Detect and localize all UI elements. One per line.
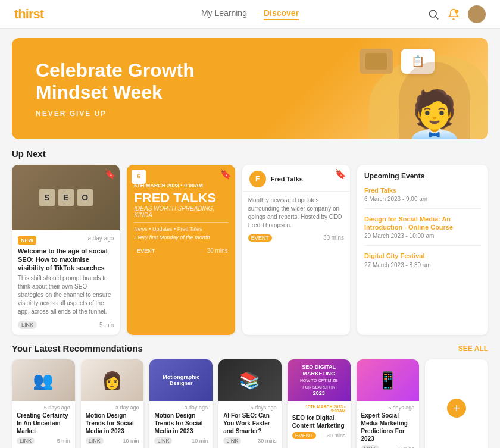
rec-type-6: LINK — [361, 445, 379, 448]
rec-title-6: Expert Social Media Marketing Prediction… — [361, 412, 415, 443]
event-3-name: Digital City Festival — [364, 252, 481, 260]
svg-point-0 — [429, 10, 436, 17]
add-more-card[interactable]: + — [425, 359, 488, 448]
up-next-card-3[interactable]: F Fred Talks 🔖 Monthly news and updates … — [242, 165, 350, 336]
fred-freq: Every first Monday of the month — [134, 234, 227, 240]
seo-digital-text: SEO DIGITALMARKETINGHOW TO OPTIMIZEFOR S… — [300, 364, 338, 396]
card-type-1: LINK — [18, 321, 37, 329]
rec-type-5: EVENT — [292, 432, 316, 439]
rec-time-3: a day ago — [154, 405, 208, 411]
rec-see-all[interactable]: SEE ALL — [458, 344, 488, 353]
rec-img-5: SEO DIGITALMARKETINGHOW TO OPTIMIZEFOR S… — [288, 359, 351, 401]
event-2-name: Design for Social Media: An Introduction… — [364, 215, 481, 232]
fred-title: FRED TALKS — [134, 191, 227, 205]
rec-title: Your Latest Recommendations — [12, 343, 143, 353]
event-2[interactable]: Design for Social Media: An Introduction… — [364, 215, 481, 246]
bell-icon[interactable] — [448, 8, 460, 20]
rec-time-6: 5 days ago — [361, 405, 415, 411]
fred-cal: 6 — [132, 170, 146, 184]
upcoming-events: Upcoming Events Fred Talks 6 March 2023 … — [357, 165, 488, 336]
rec-card-4[interactable]: 📚 5 days ago AI For SEO: Can You Work Fa… — [218, 359, 282, 448]
search-icon[interactable] — [427, 8, 439, 20]
rec-time-5: 15TH MARCH 2023 • 9:00AM — [292, 405, 346, 413]
rec-time-1: 5 days ago — [17, 405, 70, 411]
fred-tags: News • Updates • Fred Tales — [134, 222, 227, 232]
fred-cal-num: 6 — [137, 173, 140, 180]
hero-illustration: 📋 🧑‍💼 — [262, 38, 488, 139]
rec-dur-1: 5 min — [57, 438, 70, 444]
svg-line-1 — [436, 16, 439, 19]
nav-discover[interactable]: Discover — [264, 8, 299, 20]
card-body-1: NEW a day ago Welcome to the age of soci… — [12, 230, 120, 336]
rec-body-3: a day ago Motion Design Trends for Socia… — [149, 401, 212, 448]
bookmark-icon[interactable]: 🔖 — [104, 168, 116, 180]
rec-dur-6: 30 mins — [396, 446, 415, 448]
bookmark-icon-2[interactable]: 🔖 — [220, 168, 232, 180]
fred-duration: 30 mins — [207, 248, 228, 254]
add-button[interactable]: + — [447, 399, 466, 418]
card-time: a day ago — [88, 235, 114, 242]
card3-body: Monthly news and updates surrounding the… — [242, 192, 350, 248]
fred-subtitle: IDEAS WORTH SPREADING, KINDA — [134, 205, 227, 218]
up-next-header: Up Next — [12, 149, 488, 159]
rec-dur-4: 30 mins — [258, 438, 277, 444]
rec-card-3[interactable]: MotiongraphicDesigner a day ago Motion D… — [149, 359, 212, 448]
event-3-date: 27 March 2023 - 8:30 am — [364, 262, 481, 268]
card-duration-1: 5 min — [99, 322, 114, 328]
rec-dur-2: 10 min — [123, 438, 139, 444]
rec-card-2[interactable]: 👩 a day ago Motion Design Trends for Soc… — [81, 359, 144, 448]
up-next-grid: S E O 🔖 NEW a day ago Welcome to the age… — [12, 165, 488, 336]
rec-type-4: LINK — [223, 437, 241, 444]
fred-card-inner: 6TH MARCH 2023 • 9:00AM FRED TALKS IDEAS… — [134, 183, 227, 240]
fred-avatar: F — [249, 171, 266, 187]
rec-footer-4: LINK 30 mins — [223, 437, 277, 444]
rec-body-1: 5 days ago Creating Certainty In An Unce… — [12, 401, 75, 448]
bookmark-icon-3[interactable]: 🔖 — [335, 168, 346, 180]
rec-footer-2: LINK 10 min — [86, 437, 139, 444]
card-title-1: Welcome to the age of social SEO: How to… — [18, 247, 114, 272]
rec-type-2: LINK — [86, 437, 104, 444]
rec-header: Your Latest Recommendations SEE ALL — [12, 343, 488, 353]
nav-my-learning[interactable]: My Learning — [201, 8, 247, 20]
card3-type: EVENT — [248, 234, 272, 242]
svg-point-2 — [455, 9, 459, 13]
up-next-card-2[interactable]: 6 🔖 6TH MARCH 2023 • 9:00AM FRED TALKS I… — [127, 165, 235, 336]
rec-footer-5: EVENT 30 mins — [292, 432, 346, 439]
seo-s: S — [39, 189, 55, 206]
rec-footer-6: LINK 30 mins — [361, 445, 415, 448]
rec-card-6[interactable]: 📱 5 days ago Expert Social Media Marketi… — [357, 359, 420, 448]
card-desc-1: This shift should prompt brands to think… — [18, 274, 114, 316]
event-3[interactable]: Digital City Festival 27 March 2023 - 8:… — [364, 252, 481, 268]
fred-date: 6TH MARCH 2023 • 9:00AM — [134, 183, 227, 189]
hero-title: Celebrate Growth Mindset Week — [36, 59, 238, 104]
logo[interactable]: thirst — [14, 7, 43, 22]
new-badge: NEW — [18, 236, 36, 245]
card-footer-1: LINK 5 min — [18, 321, 114, 329]
up-next-title: Up Next — [12, 149, 46, 159]
rec-footer-3: LINK 10 min — [154, 437, 208, 444]
user-avatar[interactable] — [468, 5, 486, 23]
rec-dur-3: 10 min — [192, 438, 208, 444]
rec-img-3: MotiongraphicDesigner — [149, 359, 212, 401]
fred-type: EVENT — [134, 248, 158, 255]
event-1-name: Fred Talks — [364, 186, 481, 195]
recommendations-section: Your Latest Recommendations SEE ALL 👥 5 … — [12, 343, 488, 448]
fred-card3-header: F Fred Talks — [242, 165, 350, 192]
rec-dur-5: 30 mins — [327, 433, 346, 438]
rec-card-5[interactable]: SEO DIGITALMARKETINGHOW TO OPTIMIZEFOR S… — [288, 359, 351, 448]
rec-body-4: 5 days ago AI For SEO: Can You Work Fast… — [218, 401, 282, 448]
event-1[interactable]: Fred Talks 6 March 2023 - 9:00 am — [364, 186, 481, 209]
card3-desc: Monthly news and updates surrounding the… — [248, 196, 344, 230]
seo-o: O — [77, 189, 93, 206]
up-next-card-1[interactable]: S E O 🔖 NEW a day ago Welcome to the age… — [12, 165, 120, 336]
rec-img-2: 👩 — [81, 359, 144, 401]
rec-img-6: 📱 — [357, 359, 420, 401]
nav-links: My Learning Discover — [201, 8, 299, 20]
up-next-section: Up Next S E O 🔖 NEW a day ago Welcome to… — [12, 149, 488, 336]
rec-body-6: 5 days ago Expert Social Media Marketing… — [357, 401, 420, 448]
rec-time-4: 5 days ago — [223, 405, 277, 411]
card3-duration: 30 mins — [323, 234, 344, 241]
rec-card-1[interactable]: 👥 5 days ago Creating Certainty In An Un… — [12, 359, 75, 448]
rec-body-5: 15TH MARCH 2023 • 9:00AM SEO for Digital… — [288, 401, 351, 444]
event-2-date: 20 March 2023 - 10:00 am — [364, 233, 481, 239]
